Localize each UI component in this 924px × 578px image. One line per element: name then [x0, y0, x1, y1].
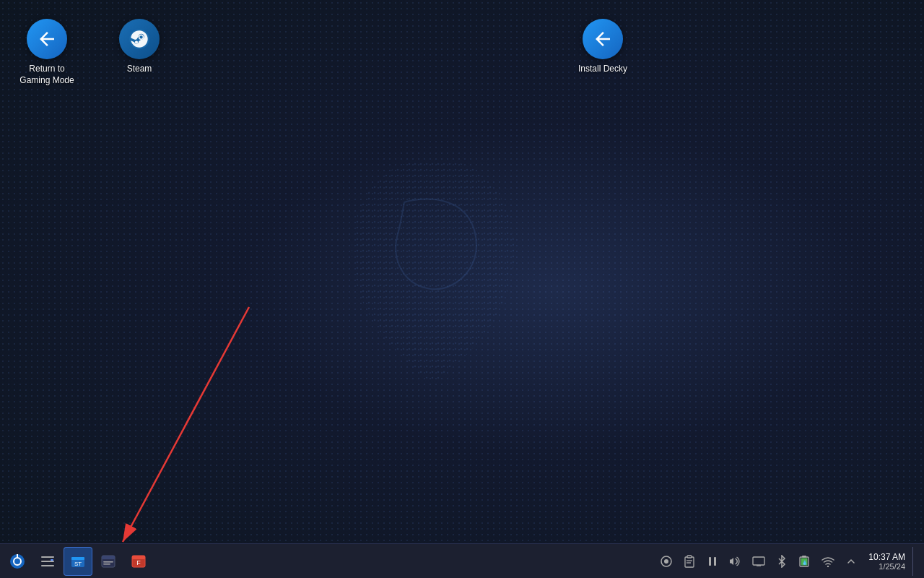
media-tray-icon[interactable]	[702, 551, 723, 571]
svg-point-2	[135, 40, 138, 43]
taskbar-window2-button[interactable]: F	[124, 547, 153, 576]
taskbar-window1-button[interactable]	[94, 547, 123, 576]
svg-point-37	[827, 565, 829, 566]
show-desktop-button[interactable]	[912, 547, 918, 576]
clock-area[interactable]: 10:37 AM 1/25/24	[864, 552, 910, 571]
svg-text:💧: 💧	[802, 559, 808, 565]
install-decky-icon-image	[583, 19, 623, 59]
desktop: Return to Gaming Mode Steam	[0, 0, 924, 578]
svg-rect-17	[102, 556, 115, 559]
svg-rect-14	[71, 557, 84, 560]
display-tray-icon[interactable]	[749, 551, 769, 571]
clock-date: 1/25/24	[879, 562, 905, 571]
expand-tray-button[interactable]	[841, 551, 861, 571]
volume-tray-icon[interactable]	[725, 551, 746, 571]
wifi-tray-icon[interactable]	[818, 551, 838, 571]
install-decky-label: Install Decky	[578, 64, 627, 75]
return-to-gaming-mode-icon[interactable]: Return to Gaming Mode	[14, 14, 79, 90]
taskbar-right-section: 💧 10:37 AM 1/25/2	[650, 547, 924, 576]
svg-rect-9	[41, 556, 54, 558]
kde-menu-button[interactable]	[3, 547, 32, 576]
install-decky-icon[interactable]: Install Decky	[570, 14, 635, 79]
svg-rect-18	[103, 561, 113, 563]
svg-rect-19	[103, 564, 110, 565]
bluetooth-tray-icon[interactable]	[772, 551, 792, 571]
taskbar: ST F	[0, 543, 924, 578]
clipboard-tray-icon[interactable]	[679, 551, 699, 571]
steam-icon-image	[119, 19, 160, 59]
taskbar-left-section: ST F	[0, 547, 650, 576]
svg-rect-29	[709, 557, 711, 566]
desktop-area: Return to Gaming Mode Steam	[0, 0, 924, 543]
clock-time: 10:37 AM	[868, 552, 905, 562]
svg-point-24	[664, 559, 668, 564]
svg-text:ST: ST	[74, 561, 82, 567]
steam-tray-icon[interactable]	[656, 551, 676, 571]
return-gaming-mode-label: Return to Gaming Mode	[19, 64, 74, 86]
svg-rect-31	[753, 557, 764, 565]
svg-rect-12	[51, 559, 53, 561]
battery-tray-icon[interactable]: 💧	[795, 551, 815, 571]
store-taskbar-button[interactable]: ST	[64, 547, 92, 576]
steam-label: Steam	[127, 64, 152, 75]
svg-rect-11	[41, 565, 54, 566]
svg-rect-30	[714, 557, 716, 566]
svg-text:F: F	[136, 559, 141, 566]
steam-desktop-icon[interactable]: Steam	[107, 14, 172, 79]
task-manager-button[interactable]	[33, 547, 62, 576]
svg-rect-10	[41, 561, 54, 562]
svg-rect-34	[802, 556, 806, 558]
svg-rect-26	[687, 556, 692, 558]
svg-rect-25	[685, 557, 694, 567]
return-gaming-icon-image	[27, 19, 67, 59]
